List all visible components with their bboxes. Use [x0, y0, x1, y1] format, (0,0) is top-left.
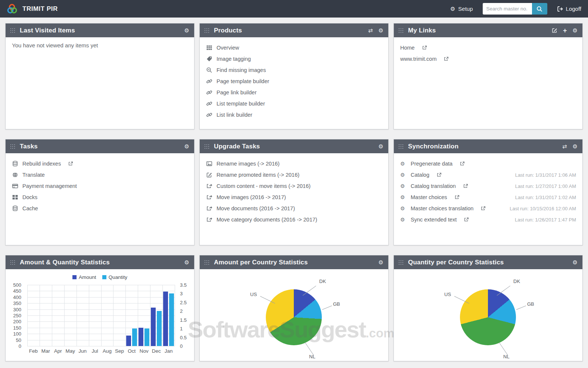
- logoff-label: Logoff: [566, 6, 581, 12]
- item-label: Move category documents (2016 -> 2017): [217, 217, 317, 223]
- list-item[interactable]: Payment management: [12, 180, 188, 192]
- list-item[interactable]: Docks: [12, 192, 188, 203]
- list-item[interactable]: ⚙CatalogLast run: 1/31/2017 1:06 AM: [400, 169, 576, 180]
- list-item[interactable]: Find missing images: [206, 65, 382, 76]
- panel-title: Products: [214, 27, 363, 34]
- pie-leader-line: [516, 306, 526, 310]
- list-item[interactable]: Move category documents (2016 -> 2017): [206, 214, 382, 225]
- swap-icon[interactable]: ⇄: [562, 144, 567, 149]
- panel-title: Quantity per Country Statistics: [408, 259, 568, 266]
- edit-icon[interactable]: [552, 28, 557, 33]
- item-label: Rename promoted items (-> 2016): [217, 172, 299, 178]
- list-item[interactable]: www.trimit.com: [400, 53, 576, 65]
- drag-handle-icon[interactable]: [205, 28, 209, 33]
- list-item[interactable]: ⚙Master choicesLast run: 1/31/2017 1:02 …: [400, 192, 576, 203]
- x-tick-label: Aug: [101, 348, 113, 356]
- list-item[interactable]: Rebuild indexes: [12, 158, 188, 169]
- drag-handle-icon[interactable]: [205, 260, 209, 265]
- item-label: Rebuild indexes: [22, 161, 61, 167]
- credit-card-icon: [12, 183, 18, 189]
- item-label: Overview: [217, 45, 239, 51]
- pie-slice-label: DK: [319, 279, 326, 284]
- top-navbar: TRIMIT PIR ⚙ Setup Logoff: [0, 0, 588, 18]
- swap-icon[interactable]: ⇄: [368, 28, 373, 33]
- share-icon: [206, 217, 212, 223]
- list-item[interactable]: Move images (2016 -> 2017): [206, 192, 382, 203]
- share-icon: [206, 194, 212, 200]
- list-item[interactable]: Page link builder: [206, 87, 382, 98]
- pie-chart: [266, 289, 322, 345]
- list-item[interactable]: ⚙Sync extended textLast run: 1/26/2017 1…: [400, 214, 576, 225]
- search-button[interactable]: [532, 3, 547, 15]
- gear-icon[interactable]: ⚙: [379, 28, 383, 33]
- item-label: Catalog: [411, 172, 429, 178]
- list-item[interactable]: ⚙Pregenerate data: [400, 158, 576, 169]
- list-item[interactable]: List link builder: [206, 109, 382, 120]
- th-large-icon: [12, 194, 18, 200]
- drag-handle-icon[interactable]: [205, 144, 209, 149]
- list-item[interactable]: Translate: [12, 169, 188, 180]
- drag-handle-icon[interactable]: [399, 28, 403, 33]
- list-item[interactable]: Page template builder: [206, 76, 382, 87]
- list-item[interactable]: ⚙Master choices translationLast run: 10/…: [400, 203, 576, 214]
- item-label: Payment management: [22, 183, 77, 189]
- panel-amount-quantity-statistics: Amount & Quantity Statistics ⚙ Amount Qu…: [5, 255, 195, 361]
- list-item[interactable]: ⚙Catalog translationLast run: 1/27/2017 …: [400, 180, 576, 192]
- search-input[interactable]: [483, 3, 532, 15]
- link-icon: [206, 89, 212, 95]
- gear-icon[interactable]: ⚙: [184, 28, 189, 33]
- search-minus-icon: [206, 67, 212, 73]
- gear-icon: ⚙: [400, 217, 407, 222]
- panel-header: Upgrade Tasks ⚙: [200, 139, 388, 153]
- list-item[interactable]: Overview: [206, 42, 382, 53]
- gear-icon[interactable]: ⚙: [379, 260, 383, 265]
- drag-handle-icon[interactable]: [399, 260, 403, 265]
- external-link-icon: [454, 195, 460, 200]
- gear-icon[interactable]: ⚙: [573, 28, 578, 33]
- drag-handle-icon[interactable]: [10, 260, 15, 265]
- last-run-timestamp: Last run: 1/31/2017 1:06 AM: [515, 172, 576, 178]
- setup-button[interactable]: ⚙ Setup: [450, 6, 473, 12]
- plus-icon[interactable]: +: [563, 27, 567, 34]
- x-tick-label: Feb: [27, 348, 40, 356]
- item-label: Image tagging: [217, 56, 251, 62]
- list-item[interactable]: List template builder: [206, 98, 382, 109]
- gear-icon[interactable]: ⚙: [379, 144, 383, 149]
- item-label: Page link builder: [217, 89, 256, 95]
- legend-item-amount: Amount: [72, 274, 96, 280]
- list-item[interactable]: Move documents (2016 -> 2017): [206, 203, 382, 214]
- x-tick-label: Jul: [89, 348, 101, 356]
- x-tick-label: Oct: [125, 348, 138, 356]
- item-label: Sync extended text: [411, 217, 457, 223]
- list-item[interactable]: Home: [400, 42, 576, 53]
- logoff-icon: [557, 6, 563, 12]
- item-label: www.trimit.com: [400, 56, 436, 62]
- drag-handle-icon[interactable]: [399, 144, 403, 149]
- panel-title: My Links: [408, 27, 547, 34]
- gear-icon: ⚙: [400, 183, 407, 189]
- drag-handle-icon[interactable]: [10, 144, 15, 149]
- item-label: Rename images (-> 2016): [217, 161, 280, 167]
- list-item[interactable]: Rename promoted items (-> 2016): [206, 169, 382, 180]
- panel-header: My Links + ⚙: [394, 23, 582, 37]
- pie-chart: [460, 289, 516, 345]
- gear-icon[interactable]: ⚙: [573, 144, 578, 149]
- panel-title: Synchronization: [408, 143, 557, 150]
- item-label: Custom content - move items (-> 2016): [217, 183, 311, 189]
- image-icon: [206, 161, 212, 167]
- list-item[interactable]: Custom content - move items (-> 2016): [206, 180, 382, 192]
- gear-icon[interactable]: ⚙: [184, 260, 189, 265]
- bar-quantity-oct: [132, 328, 137, 346]
- link-icon: [206, 78, 212, 84]
- list-item[interactable]: Cache: [12, 203, 188, 214]
- drag-handle-icon[interactable]: [10, 28, 15, 33]
- gear-icon[interactable]: ⚙: [184, 144, 189, 149]
- list-item[interactable]: Rename images (-> 2016): [206, 158, 382, 169]
- panel-synchronization: Synchronization ⇄ ⚙ ⚙Pregenerate data ⚙C…: [393, 139, 583, 245]
- brand[interactable]: TRIMIT PIR: [7, 3, 58, 15]
- logoff-button[interactable]: Logoff: [557, 6, 581, 12]
- gear-icon[interactable]: ⚙: [573, 260, 578, 265]
- item-label: Catalog translation: [411, 183, 456, 189]
- list-item[interactable]: Image tagging: [206, 53, 382, 65]
- bar-quantity-dec: [157, 311, 162, 346]
